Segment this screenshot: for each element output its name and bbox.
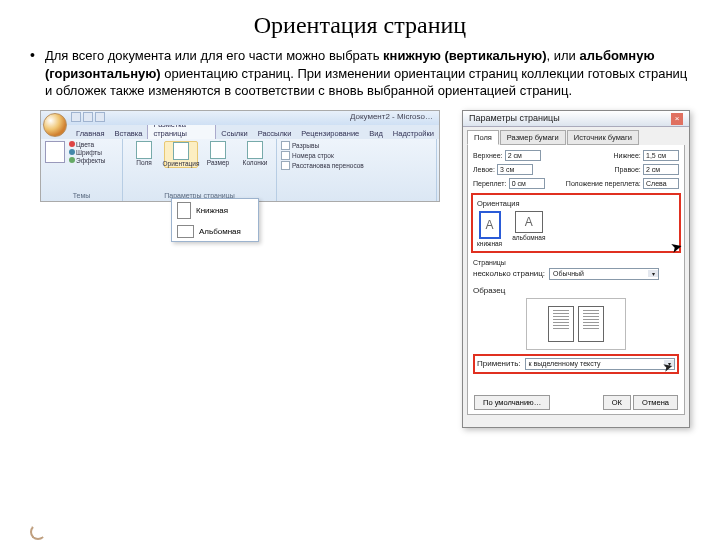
word-window: Документ2 - Microso… Главная Вставка Раз…	[40, 110, 440, 202]
pages-label: Страницы	[473, 259, 679, 266]
colors-button[interactable]: Цвета	[69, 141, 106, 148]
dropdown-landscape[interactable]: Альбомная	[172, 222, 258, 241]
cancel-button[interactable]: Отмена	[633, 395, 678, 410]
input-gutter-pos[interactable]: Слева	[643, 178, 679, 189]
close-button[interactable]: ×	[671, 113, 683, 125]
dialog-title: Параметры страницы	[469, 113, 560, 124]
input-gutter[interactable]: 0 см	[509, 178, 545, 189]
apply-combo[interactable]: к выделенному тексту▾	[525, 358, 675, 370]
margins-button[interactable]: Поля	[127, 141, 161, 169]
slide-title: Ориентация страниц	[0, 0, 720, 47]
line-numbers-button[interactable]: Номера строк	[281, 151, 432, 160]
group-page-setup: Поля Ориентация Размер Колонки Параметры…	[123, 139, 277, 201]
tab-mailings[interactable]: Рассылки	[253, 128, 297, 139]
orientation-label: Ориентация	[477, 199, 675, 208]
bullet-text: Для всего документа или для его части мо…	[45, 47, 690, 100]
orientation-section: Ориентация Aкнижная Aальбомная ➤	[471, 193, 681, 253]
default-button[interactable]: По умолчанию…	[474, 395, 550, 410]
ribbon-tabs: Главная Вставка Разметка страницы Ссылки…	[41, 125, 439, 139]
dialog-tabs: Поля Размер бумаги Источник бумаги	[463, 127, 689, 145]
word-titlebar: Документ2 - Microso…	[41, 111, 439, 125]
office-button[interactable]	[43, 113, 67, 137]
quick-access-toolbar[interactable]	[71, 112, 105, 122]
breaks-button[interactable]: Разрывы	[281, 141, 432, 150]
multi-pages-label: несколько страниц:	[473, 269, 545, 278]
apply-label: Применить:	[477, 359, 521, 368]
portrait-icon	[177, 202, 191, 219]
group-paragraph-opts: Разрывы Номера строк Расстановка перенос…	[277, 139, 437, 201]
group-themes: Цвета Шрифты Эффекты Темы	[41, 139, 123, 201]
size-button[interactable]: Размер	[201, 141, 235, 169]
dialog-titlebar: Параметры страницы ×	[463, 111, 689, 127]
cursor-icon: ➤	[669, 237, 685, 256]
themes-button[interactable]	[45, 141, 65, 163]
bullet-item: • Для всего документа или для его части …	[0, 47, 720, 108]
label-right: Правое:	[615, 166, 641, 173]
ribbon: Цвета Шрифты Эффекты Темы Поля Ориентаци…	[41, 139, 439, 201]
columns-button[interactable]: Колонки	[238, 141, 272, 169]
label-gutter-pos: Положение переплета:	[566, 180, 641, 187]
tab-references[interactable]: Ссылки	[216, 128, 252, 139]
screenshot-composite: Документ2 - Microso… Главная Вставка Раз…	[40, 110, 690, 440]
slide-decoration-icon	[30, 524, 42, 536]
pages-section: Страницы несколько страниц: Обычный▾	[473, 259, 679, 280]
dialog-tab-paper[interactable]: Размер бумаги	[500, 130, 566, 145]
label-left: Левое:	[473, 166, 495, 173]
label-top: Верхнее:	[473, 152, 502, 159]
input-top[interactable]: 2 см	[505, 150, 541, 161]
dialog-footer: По умолчанию… ОК Отмена	[468, 395, 684, 410]
radio-landscape[interactable]: Aальбомная	[512, 211, 545, 247]
tab-home[interactable]: Главная	[71, 128, 110, 139]
dropdown-portrait[interactable]: Книжная	[172, 199, 258, 222]
group-title-themes: Темы	[45, 192, 118, 199]
apply-section: Применить: к выделенному тексту▾ ➤	[473, 354, 679, 374]
preview-box	[526, 298, 626, 350]
effects-button[interactable]: Эффекты	[69, 157, 106, 164]
label-gutter: Переплет:	[473, 180, 506, 187]
document-title: Документ2 - Microso…	[350, 112, 433, 121]
input-right[interactable]: 2 см	[643, 164, 679, 175]
radio-portrait[interactable]: Aкнижная	[477, 211, 502, 247]
input-left[interactable]: 3 см	[497, 164, 533, 175]
landscape-icon	[177, 225, 194, 238]
multi-pages-combo[interactable]: Обычный▾	[549, 268, 659, 280]
preview-label: Образец	[473, 286, 505, 295]
bullet-marker: •	[30, 47, 35, 100]
tab-review[interactable]: Рецензирование	[296, 128, 364, 139]
tab-view[interactable]: Вид	[364, 128, 388, 139]
dialog-body: Верхнее: 2 см Нижнее: 1,5 см Левое: 3 см…	[467, 145, 685, 415]
preview-section: Образец	[473, 286, 679, 350]
tab-addins[interactable]: Надстройки	[388, 128, 439, 139]
ok-button[interactable]: ОК	[603, 395, 631, 410]
input-bottom[interactable]: 1,5 см	[643, 150, 679, 161]
hyphenation-button[interactable]: Расстановка переносов	[281, 161, 432, 170]
page-setup-dialog: Параметры страницы × Поля Размер бумаги …	[462, 110, 690, 428]
tab-insert[interactable]: Вставка	[110, 128, 148, 139]
dialog-tab-margins[interactable]: Поля	[467, 130, 499, 145]
chevron-down-icon: ▾	[648, 270, 658, 277]
label-bottom: Нижнее:	[614, 152, 641, 159]
dialog-tab-source[interactable]: Источник бумаги	[567, 130, 639, 145]
fonts-button[interactable]: Шрифты	[69, 149, 106, 156]
orientation-dropdown: Книжная Альбомная	[171, 198, 259, 242]
orientation-button[interactable]: Ориентация	[164, 141, 198, 169]
